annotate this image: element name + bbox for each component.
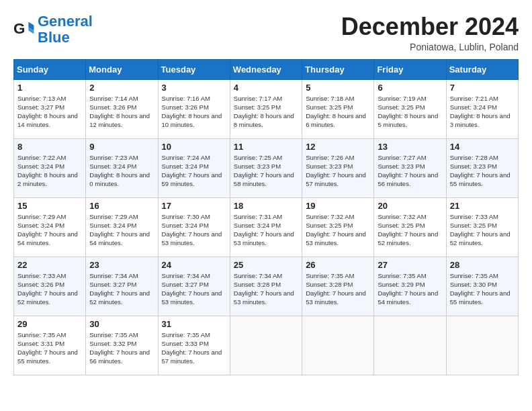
day-info: Sunrise: 7:27 AMSunset: 3:23 PMDaylight:…: [378, 153, 442, 189]
calendar-cell: 25Sunrise: 7:34 AMSunset: 3:28 PMDayligh…: [230, 257, 302, 316]
day-info: Sunrise: 7:26 AMSunset: 3:23 PMDaylight:…: [306, 153, 370, 189]
day-info: Sunrise: 7:24 AMSunset: 3:24 PMDaylight:…: [162, 153, 226, 189]
day-info: Sunrise: 7:31 AMSunset: 3:24 PMDaylight:…: [234, 212, 298, 248]
day-info: Sunrise: 7:18 AMSunset: 3:25 PMDaylight:…: [306, 94, 370, 130]
calendar-cell: 31Sunrise: 7:35 AMSunset: 3:33 PMDayligh…: [158, 316, 230, 375]
day-info: Sunrise: 7:34 AMSunset: 3:28 PMDaylight:…: [234, 271, 298, 307]
calendar-cell: 26Sunrise: 7:35 AMSunset: 3:28 PMDayligh…: [302, 257, 374, 316]
day-info: Sunrise: 7:34 AMSunset: 3:27 PMDaylight:…: [89, 271, 154, 307]
header-wednesday: Wednesday: [230, 59, 302, 79]
day-info: Sunrise: 7:25 AMSunset: 3:23 PMDaylight:…: [234, 153, 298, 189]
day-info: Sunrise: 7:34 AMSunset: 3:27 PMDaylight:…: [162, 271, 226, 307]
calendar-cell: 16Sunrise: 7:29 AMSunset: 3:24 PMDayligh…: [86, 197, 158, 257]
day-number: 31: [162, 319, 226, 329]
calendar-cell: 23Sunrise: 7:34 AMSunset: 3:27 PMDayligh…: [86, 257, 158, 316]
calendar-cell: 1Sunrise: 7:13 AMSunset: 3:27 PMDaylight…: [14, 79, 86, 138]
calendar-cell: 19Sunrise: 7:32 AMSunset: 3:25 PMDayligh…: [302, 197, 374, 257]
header-tuesday: Tuesday: [158, 59, 230, 79]
header-sunday: Sunday: [14, 59, 86, 79]
calendar-cell: 20Sunrise: 7:32 AMSunset: 3:25 PMDayligh…: [374, 197, 446, 257]
day-number: 12: [306, 142, 370, 152]
day-info: Sunrise: 7:14 AMSunset: 3:26 PMDaylight:…: [89, 94, 154, 130]
calendar-cell: [374, 316, 446, 375]
header-monday: Monday: [86, 59, 158, 79]
day-info: Sunrise: 7:29 AMSunset: 3:24 PMDaylight:…: [17, 212, 82, 248]
day-info: Sunrise: 7:30 AMSunset: 3:24 PMDaylight:…: [162, 212, 226, 248]
day-number: 19: [306, 201, 370, 211]
day-info: Sunrise: 7:16 AMSunset: 3:26 PMDaylight:…: [162, 94, 226, 130]
day-number: 18: [234, 201, 298, 211]
day-info: Sunrise: 7:35 AMSunset: 3:30 PMDaylight:…: [450, 271, 515, 307]
calendar-cell: 9Sunrise: 7:23 AMSunset: 3:24 PMDaylight…: [86, 138, 158, 197]
calendar-cell: 15Sunrise: 7:29 AMSunset: 3:24 PMDayligh…: [14, 197, 86, 257]
day-number: 14: [450, 142, 515, 152]
day-number: 26: [306, 260, 370, 270]
day-info: Sunrise: 7:21 AMSunset: 3:24 PMDaylight:…: [450, 94, 515, 130]
calendar-cell: 14Sunrise: 7:28 AMSunset: 3:23 PMDayligh…: [446, 138, 518, 197]
header-friday: Friday: [374, 59, 446, 79]
day-number: 24: [162, 260, 226, 270]
calendar-table: SundayMondayTuesdayWednesdayThursdayFrid…: [13, 59, 519, 375]
day-number: 8: [17, 142, 82, 152]
calendar-week-4: 22Sunrise: 7:33 AMSunset: 3:26 PMDayligh…: [14, 257, 519, 316]
day-number: 5: [306, 83, 370, 93]
day-number: 1: [17, 83, 82, 93]
calendar-cell: 21Sunrise: 7:33 AMSunset: 3:25 PMDayligh…: [446, 197, 518, 257]
page-header: G General Blue December 2024 Poniatowa, …: [13, 13, 519, 52]
calendar-header-row: SundayMondayTuesdayWednesdayThursdayFrid…: [14, 59, 519, 79]
calendar-cell: 6Sunrise: 7:19 AMSunset: 3:25 PMDaylight…: [374, 79, 446, 138]
calendar-cell: 12Sunrise: 7:26 AMSunset: 3:23 PMDayligh…: [302, 138, 374, 197]
logo: G General Blue: [13, 13, 93, 46]
month-title: December 2024: [341, 13, 519, 40]
calendar-cell: 4Sunrise: 7:17 AMSunset: 3:25 PMDaylight…: [230, 79, 302, 138]
day-number: 27: [378, 260, 442, 270]
calendar-week-3: 15Sunrise: 7:29 AMSunset: 3:24 PMDayligh…: [14, 197, 519, 257]
calendar-cell: 3Sunrise: 7:16 AMSunset: 3:26 PMDaylight…: [158, 79, 230, 138]
day-number: 30: [89, 319, 154, 329]
day-info: Sunrise: 7:35 AMSunset: 3:31 PMDaylight:…: [17, 330, 82, 366]
calendar-cell: [446, 316, 518, 375]
calendar-cell: [302, 316, 374, 375]
calendar-cell: 17Sunrise: 7:30 AMSunset: 3:24 PMDayligh…: [158, 197, 230, 257]
logo-icon: G: [13, 19, 35, 40]
day-info: Sunrise: 7:19 AMSunset: 3:25 PMDaylight:…: [378, 94, 442, 130]
calendar-cell: 2Sunrise: 7:14 AMSunset: 3:26 PMDaylight…: [86, 79, 158, 138]
day-number: 11: [234, 142, 298, 152]
calendar-cell: 27Sunrise: 7:35 AMSunset: 3:29 PMDayligh…: [374, 257, 446, 316]
day-info: Sunrise: 7:13 AMSunset: 3:27 PMDaylight:…: [17, 94, 82, 130]
calendar-cell: 18Sunrise: 7:31 AMSunset: 3:24 PMDayligh…: [230, 197, 302, 257]
day-number: 16: [89, 201, 154, 211]
calendar-cell: 8Sunrise: 7:22 AMSunset: 3:24 PMDaylight…: [14, 138, 86, 197]
title-block: December 2024 Poniatowa, Lublin, Poland: [341, 13, 519, 52]
day-number: 6: [378, 83, 442, 93]
day-info: Sunrise: 7:33 AMSunset: 3:25 PMDaylight:…: [450, 212, 515, 248]
day-number: 2: [89, 83, 154, 93]
calendar-cell: 5Sunrise: 7:18 AMSunset: 3:25 PMDaylight…: [302, 79, 374, 138]
day-number: 23: [89, 260, 154, 270]
day-number: 9: [89, 142, 154, 152]
day-info: Sunrise: 7:33 AMSunset: 3:26 PMDaylight:…: [17, 271, 82, 307]
calendar-week-2: 8Sunrise: 7:22 AMSunset: 3:24 PMDaylight…: [14, 138, 519, 197]
calendar-cell: 11Sunrise: 7:25 AMSunset: 3:23 PMDayligh…: [230, 138, 302, 197]
day-number: 13: [378, 142, 442, 152]
svg-text:G: G: [13, 21, 25, 38]
calendar-cell: 28Sunrise: 7:35 AMSunset: 3:30 PMDayligh…: [446, 257, 518, 316]
day-info: Sunrise: 7:32 AMSunset: 3:25 PMDaylight:…: [378, 212, 442, 248]
calendar-cell: 10Sunrise: 7:24 AMSunset: 3:24 PMDayligh…: [158, 138, 230, 197]
day-number: 25: [234, 260, 298, 270]
day-number: 3: [162, 83, 226, 93]
day-number: 4: [234, 83, 298, 93]
calendar-cell: [230, 316, 302, 375]
day-info: Sunrise: 7:35 AMSunset: 3:32 PMDaylight:…: [89, 330, 154, 366]
day-info: Sunrise: 7:17 AMSunset: 3:25 PMDaylight:…: [234, 94, 298, 130]
calendar-cell: 22Sunrise: 7:33 AMSunset: 3:26 PMDayligh…: [14, 257, 86, 316]
day-number: 17: [162, 201, 226, 211]
day-number: 29: [17, 319, 82, 329]
calendar-body: 1Sunrise: 7:13 AMSunset: 3:27 PMDaylight…: [14, 79, 519, 375]
day-info: Sunrise: 7:35 AMSunset: 3:29 PMDaylight:…: [378, 271, 442, 307]
day-info: Sunrise: 7:35 AMSunset: 3:33 PMDaylight:…: [162, 330, 226, 366]
location-subtitle: Poniatowa, Lublin, Poland: [341, 42, 519, 52]
calendar-cell: 24Sunrise: 7:34 AMSunset: 3:27 PMDayligh…: [158, 257, 230, 316]
day-number: 15: [17, 201, 82, 211]
day-number: 7: [450, 83, 515, 93]
